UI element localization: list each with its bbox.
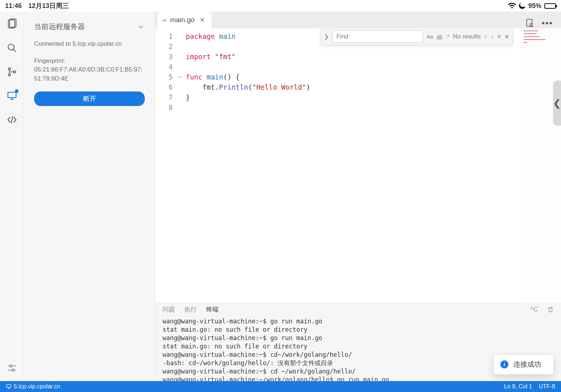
fingerprint-value: 05:21:86:F7:A8:A0:6D:3B:C0:F1:B5:97:51:7… xyxy=(34,65,145,83)
svg-line-10 xyxy=(11,116,13,123)
system-status-bar: 11:46 12月13日周三 95% xyxy=(0,0,561,12)
battery-icon xyxy=(544,3,556,9)
find-regex-icon[interactable]: .* xyxy=(446,34,449,40)
tab-label: main.go xyxy=(170,16,195,24)
svg-point-2 xyxy=(8,44,14,50)
find-close-icon[interactable]: ✕ xyxy=(504,33,509,40)
cursor-position[interactable]: Ln 8, Col 1 xyxy=(504,383,532,390)
svg-line-17 xyxy=(532,26,533,27)
find-next-icon[interactable]: ↓ xyxy=(491,33,494,40)
find-results: No results xyxy=(453,33,481,40)
svg-rect-7 xyxy=(8,92,16,98)
sidebar-title: 当前远程服务器 xyxy=(34,22,85,32)
tab-main-go[interactable]: ∞ main.go ✕ xyxy=(157,12,212,28)
svg-point-12 xyxy=(9,365,12,367)
find-selection-icon[interactable]: ≡ xyxy=(497,33,501,40)
settings-sliders-icon[interactable] xyxy=(6,362,18,374)
toast-message: 连接成功 xyxy=(513,360,541,369)
remote-explorer-icon[interactable] xyxy=(6,90,18,102)
activity-bar xyxy=(0,12,24,381)
encoding[interactable]: UTF-8 xyxy=(539,383,555,390)
svg-line-3 xyxy=(13,49,16,52)
main-area: ∞ main.go ✕ ••• 12345678 package mainimp… xyxy=(155,12,561,381)
badge-dot-icon xyxy=(15,89,19,93)
info-icon: i xyxy=(500,360,508,368)
explorer-icon[interactable] xyxy=(6,18,18,30)
chevron-down-icon[interactable] xyxy=(137,23,145,31)
find-word-icon[interactable]: ab xyxy=(437,34,442,40)
find-expand-icon[interactable]: ❯ xyxy=(324,33,329,40)
clock: 11:46 xyxy=(5,2,22,10)
code-area[interactable]: package mainimport "fmt"func main() { fm… xyxy=(184,28,521,303)
fold-column xyxy=(176,28,184,303)
terminal-ctrlc-icon[interactable]: ^C xyxy=(531,306,538,313)
go-file-icon: ∞ xyxy=(163,17,167,23)
side-drawer-handle[interactable]: ❮ xyxy=(553,81,561,126)
svg-point-16 xyxy=(530,24,532,26)
line-gutter: 12345678 xyxy=(155,28,176,303)
disconnect-button[interactable]: 断开 xyxy=(34,91,145,106)
svg-rect-18 xyxy=(7,385,11,388)
tab-close-icon[interactable]: ✕ xyxy=(198,16,206,24)
find-input[interactable] xyxy=(332,30,423,43)
panel-tab-problems[interactable]: 问题 xyxy=(163,305,175,314)
toast-notification: i 连接成功 xyxy=(494,354,554,375)
find-widget: ❯ Aa ab .* No results ↑ ↓ ≡ ✕ xyxy=(320,28,513,45)
fold-toggle-icon[interactable] xyxy=(176,72,184,82)
battery-percent: 95% xyxy=(528,2,541,10)
svg-rect-15 xyxy=(527,19,532,26)
panel-tab-terminal[interactable]: 终端 xyxy=(206,305,218,314)
tab-bar: ∞ main.go ✕ ••• xyxy=(155,12,561,28)
remote-host: 5.tcp.vip.cpolar.cn xyxy=(14,383,60,390)
svg-point-4 xyxy=(8,68,11,70)
more-icon[interactable]: ••• xyxy=(542,18,553,28)
editor[interactable]: 12345678 package mainimport "fmt"func ma… xyxy=(155,28,561,303)
code-icon[interactable] xyxy=(6,114,18,126)
status-bar: 5.tcp.vip.cpolar.cn Ln 8, Col 1 UTF-8 xyxy=(0,381,561,392)
connected-to: Connected to 5.tcp.vip.cpolar.cn xyxy=(34,40,145,49)
svg-point-5 xyxy=(8,74,11,76)
search-icon[interactable] xyxy=(6,42,18,54)
terminal-trash-icon[interactable] xyxy=(547,306,554,313)
svg-point-6 xyxy=(13,71,16,73)
remote-status[interactable]: 5.tcp.vip.cpolar.cn xyxy=(6,383,60,390)
fingerprint-block: Fingerprint: 05:21:86:F7:A8:A0:6D:3B:C0:… xyxy=(34,57,145,83)
find-in-file-icon[interactable] xyxy=(525,19,535,28)
remote-sidebar: 当前远程服务器 Connected to 5.tcp.vip.cpolar.cn… xyxy=(24,12,155,381)
fingerprint-label: Fingerprint: xyxy=(34,57,145,66)
find-prev-icon[interactable]: ↑ xyxy=(484,33,487,40)
date: 12月13日周三 xyxy=(28,1,69,10)
panel-tab-run[interactable]: 执行 xyxy=(184,305,197,314)
wifi-icon xyxy=(508,3,516,9)
find-case-icon[interactable]: Aa xyxy=(427,34,433,40)
source-control-icon[interactable] xyxy=(6,66,18,78)
svg-point-14 xyxy=(12,369,14,371)
moon-icon xyxy=(519,3,525,9)
minimap[interactable] xyxy=(521,28,561,303)
